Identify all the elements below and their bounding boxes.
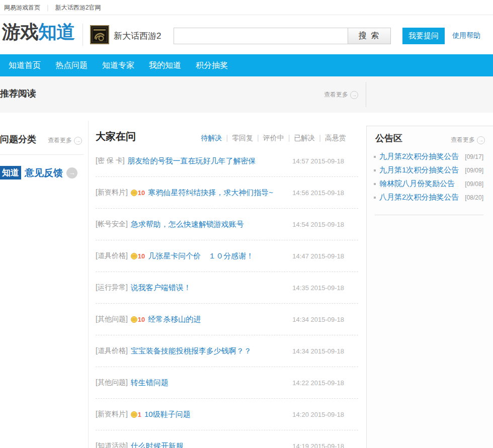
question-link[interactable]: 几张星卡问个价 １０分感谢！ xyxy=(148,251,254,261)
announcement-title: 公告区 xyxy=(375,132,402,144)
filter-tab[interactable]: 待解决 xyxy=(201,134,222,142)
question-timestamp: 14:47 2015-09-18 xyxy=(287,252,344,260)
question-link[interactable]: 转生错问题 xyxy=(131,378,169,388)
bullet-icon xyxy=(374,169,376,171)
announcement-divider xyxy=(375,215,483,215)
question-category: [其他问题] xyxy=(96,315,128,324)
question-timestamp: 14:20 2015-09-18 xyxy=(287,411,344,418)
feedback-arrow-icon: → xyxy=(66,167,77,178)
question-link[interactable]: 说我客户端错误！ xyxy=(131,283,191,293)
question-category: [道具价格] xyxy=(96,346,128,355)
tab-separator: | xyxy=(226,134,228,142)
game-icon xyxy=(90,25,109,44)
more-label: 查看更多 xyxy=(451,136,475,144)
arrow-circle-icon: → xyxy=(477,136,485,144)
question-link[interactable]: 经常杀移山的进 xyxy=(148,315,201,324)
main-nav: 知道首页热点问题知道专家我的知道积分抽奖 xyxy=(0,54,493,76)
question-category: [其他问题] xyxy=(96,378,128,387)
coin-icon xyxy=(131,190,137,196)
feedback-link[interactable]: 知道 意见反馈 → xyxy=(0,166,77,180)
question-row: [其他问题] 转生错问题 14:22 2015-09-18 xyxy=(96,367,358,399)
official-site-link[interactable]: 新大话西游2官网 xyxy=(55,4,101,11)
question-timestamp: 14:57 2015-09-18 xyxy=(287,157,344,165)
question-timestamp: 14:35 2015-09-18 xyxy=(287,284,344,292)
bullet-icon xyxy=(374,197,376,199)
question-timestamp: 14:54 2015-09-18 xyxy=(287,221,344,228)
nav-item[interactable]: 热点问题 xyxy=(55,60,88,71)
filter-tab[interactable]: 零回复 xyxy=(232,134,253,142)
tab-separator: | xyxy=(288,134,290,142)
question-row: [新资料片] 10 寒鸦仙星符纠结抉择，求大神们指导~ 14:56 2015-0… xyxy=(96,177,358,209)
announcement-link[interactable]: 九月第1次积分抽奖公告 xyxy=(379,165,459,175)
announcement-panel: 公告区 查看更多→ 九月第2次积分抽奖公告 [09/17] 九月第1次积分抽奖公… xyxy=(366,126,493,448)
coin-reward: 1 xyxy=(131,411,141,418)
filter-tab[interactable]: 评价中 xyxy=(263,134,284,142)
coin-reward: 10 xyxy=(131,316,145,323)
arrow-circle-icon: → xyxy=(74,137,82,145)
question-category: [新资料片] xyxy=(96,410,128,419)
announcement-item: 翰林院八月份奖励公告 [09/08] xyxy=(374,177,483,191)
category-more-link[interactable]: 查看更多→ xyxy=(48,136,82,145)
question-link[interactable]: 宝宝装备技能投桃报李多少钱啊？？ xyxy=(131,346,252,356)
question-link[interactable]: 寒鸦仙星符纠结抉择，求大神们指导~ xyxy=(148,188,273,198)
page: 网易游戏首页｜新大话西游2官网 游戏知道 新大话西游2 搜 索 我要提问 使用帮… xyxy=(0,0,493,448)
coin-icon xyxy=(131,253,137,259)
help-link[interactable]: 使用帮助 xyxy=(452,31,480,40)
nav-item[interactable]: 积分抽奖 xyxy=(196,60,228,71)
coin-reward: 10 xyxy=(131,189,145,197)
filter-tab[interactable]: 已解决 xyxy=(294,134,315,142)
netease-home-link[interactable]: 网易游戏首页 xyxy=(4,4,40,11)
question-timestamp: 14:19 2015-09-18 xyxy=(287,442,344,448)
zhidao-badge: 知道 xyxy=(0,166,21,180)
filter-tab[interactable]: 高悬赏 xyxy=(325,134,346,142)
question-link[interactable]: 急求帮助，怎么快速解锁游戏账号 xyxy=(131,220,244,229)
game-name: 新大话西游2 xyxy=(114,30,161,42)
question-link[interactable]: 什么时候开新服 xyxy=(131,441,184,448)
bullet-icon xyxy=(374,183,376,185)
nav-item[interactable]: 知道专家 xyxy=(102,60,134,71)
coin-icon xyxy=(131,316,137,323)
logo-divider xyxy=(83,24,83,46)
question-timestamp: 14:34 2015-09-18 xyxy=(287,347,344,355)
announcement-link[interactable]: 翰林院八月份奖励公告 xyxy=(379,179,455,189)
question-row: [知道活动] 什么时候开新服 14:19 2015-09-18 xyxy=(96,430,358,448)
logo-text-zhidao: 知道 xyxy=(38,22,74,42)
question-row: [帐号安全] 急求帮助，怎么快速解锁游戏账号 14:54 2015-09-18 xyxy=(96,209,358,240)
nav-item[interactable]: 知道首页 xyxy=(9,60,41,71)
question-row: [道具价格] 10 几张星卡问个价 １０分感谢！ 14:47 2015-09-1… xyxy=(96,240,358,272)
coin-count: 1 xyxy=(138,411,141,418)
search-input[interactable] xyxy=(174,28,348,44)
sidebar-divider xyxy=(0,154,84,155)
ask-question-button[interactable]: 我要提问 xyxy=(402,28,445,44)
announcement-link[interactable]: 九月第2次积分抽奖公告 xyxy=(379,152,459,161)
more-label: 查看更多 xyxy=(324,91,348,99)
question-row: [其他问题] 10 经常杀移山的进 14:34 2015-09-18 xyxy=(96,304,358,335)
announcement-link[interactable]: 八月第2次积分抽奖公告 xyxy=(379,193,459,202)
topbar-separator: ｜ xyxy=(45,4,51,11)
question-list: [密 保 卡] 朋友给的号我一直在玩好几年了解密保 14:57 2015-09-… xyxy=(96,145,358,448)
question-category: [密 保 卡] xyxy=(96,156,125,165)
question-link[interactable]: 10级鞋子问题 xyxy=(144,410,191,419)
coin-reward: 10 xyxy=(131,252,145,260)
question-link[interactable]: 朋友给的号我一直在玩好几年了解密保 xyxy=(128,156,256,166)
question-timestamp: 14:22 2015-09-18 xyxy=(287,379,344,387)
logo-text-game: 游戏 xyxy=(2,22,38,42)
coin-count: 10 xyxy=(138,189,145,197)
question-timestamp: 14:34 2015-09-18 xyxy=(287,316,344,323)
tab-separator: | xyxy=(257,134,259,142)
nav-item[interactable]: 我的知道 xyxy=(149,60,181,71)
arrow-circle-icon: → xyxy=(350,91,358,99)
announcement-list: 九月第2次积分抽奖公告 [09/17] 九月第1次积分抽奖公告 [09/09] … xyxy=(374,150,483,204)
recommend-more-link[interactable]: 查看更多→ xyxy=(324,91,358,99)
recommend-title: 推荐阅读 xyxy=(0,87,36,100)
announcement-date: [09/09] xyxy=(465,167,483,174)
announcement-more-link[interactable]: 查看更多→ xyxy=(451,136,485,144)
content-divider xyxy=(88,121,89,448)
site-logo[interactable]: 游戏知道 xyxy=(2,21,74,43)
bullet-icon xyxy=(374,156,376,158)
question-row: [运行异常] 说我客户端错误！ 14:35 2015-09-18 xyxy=(96,272,358,304)
announcement-date: [08/20] xyxy=(465,194,483,201)
search-button[interactable]: 搜 索 xyxy=(348,28,391,44)
coin-count: 10 xyxy=(138,252,145,260)
feedback-label: 意见反馈 xyxy=(25,166,63,180)
